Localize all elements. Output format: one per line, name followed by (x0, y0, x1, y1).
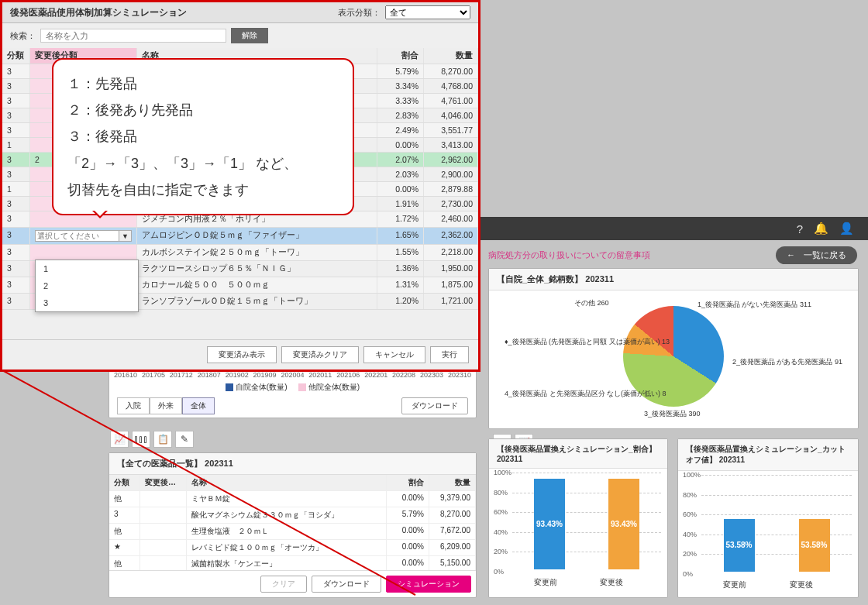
bar-after: 53.58% (799, 519, 830, 572)
user-icon[interactable]: 👤 (839, 222, 854, 235)
simulation-popup: 後発医薬品使用体制加算シミュレーション 表示分類： 全て 検索： 解除 分類 変… (0, 0, 480, 372)
drug-list-title: 【全ての医薬品一覧】 202311 (109, 453, 476, 475)
download-list-button[interactable]: ダウンロード (312, 576, 381, 593)
cancel-button[interactable]: キャンセル (363, 346, 425, 363)
execute-button[interactable]: 実行 (430, 346, 469, 363)
drug-list-panel: 【全ての医薬品一覧】 202311 分類変更後分類名称割合数量 他ミヤＢＭ錠0.… (108, 452, 477, 598)
tool-bar-icon[interactable]: ⫿⫿⫿ (132, 431, 150, 448)
clear-button[interactable]: クリア (260, 576, 307, 593)
display-category-label: 表示分類： (338, 7, 381, 19)
tab-outpatient[interactable]: 外来 (150, 397, 182, 414)
help-icon[interactable]: ? (797, 222, 803, 235)
time-axis: 2016102017052017122018072019022019092020… (109, 371, 476, 379)
pie-title: 【自院_全体_銘柄数】 202311 (489, 269, 858, 290)
chart-legend: 自院全体(数量) 他院全体(数量) (109, 382, 476, 393)
bar-after: 93.43% (608, 479, 639, 569)
popup-title: 後発医薬品使用体制加算シミュレーション (10, 6, 187, 19)
table-row[interactable]: 3酸化マグネシウム錠３３０ｍｇ「ヨシダ」5.79%8,270.00 (109, 507, 476, 524)
pie-label: 1_後発医薬品 がない先発医薬品 311 (698, 300, 811, 310)
show-changed-button[interactable]: 変更済み表示 (207, 346, 277, 363)
download-button[interactable]: ダウンロード (401, 397, 468, 414)
sim-ratio-panel: 【後発医薬品置換えシミュレーション_割合】 202311 100% 80% 60… (488, 438, 668, 598)
search-label: 検索： (10, 30, 36, 42)
dropdown-option[interactable]: 1 (36, 260, 138, 277)
bar-before: 53.58% (724, 519, 755, 572)
time-chart-panel: 2016102017052017122018072019022019092020… (108, 370, 477, 418)
pie-label: その他 260 (574, 298, 609, 308)
sim-cutoff-title: 【後発医薬品置換えシミュレーション_カットオフ値】 202311 (678, 439, 858, 471)
search-input[interactable] (40, 29, 226, 43)
display-category-select[interactable]: 全て (385, 5, 470, 19)
tab-inpatient[interactable]: 入院 (117, 397, 150, 414)
table-row[interactable]: ★レバミピド錠１００ｍｇ「オーツカ」0.00%6,209.00 (109, 540, 476, 556)
clear-search-button[interactable]: 解除 (231, 28, 268, 43)
dropdown-option[interactable]: 2 (36, 277, 138, 294)
table-row[interactable]: 他滅菌精製水「ケンエー」0.00%5,150.00 (109, 556, 476, 570)
notice-bar: 病院処方分の取り扱いについての留意事項 ← 一覧に戻る (488, 246, 857, 263)
sim-ratio-title: 【後発医薬品置換えシミュレーション_割合】 202311 (489, 439, 667, 469)
category-select-input[interactable] (35, 230, 119, 242)
tool-edit-icon[interactable]: ✎ (175, 431, 194, 448)
clear-changed-button[interactable]: 変更済みクリア (281, 346, 359, 363)
table-row[interactable]: 他生理食塩液 ２０ｍＬ0.00%7,672.00 (109, 524, 476, 540)
tool-line-icon[interactable]: 📈 (110, 431, 129, 448)
table-row[interactable]: 他ミヤＢＭ錠0.00%9,379.00 (109, 491, 476, 507)
tab-all[interactable]: 全体 (182, 397, 215, 414)
tool-table-icon[interactable]: 📋 (153, 431, 172, 448)
bar-before: 93.43% (534, 479, 565, 569)
sim-ratio-chart: 100% 80% 60% 40% 20% 0% 93.43% 93.43% (489, 469, 667, 572)
pie-label: 2_後発医薬品 がある先発医薬品 91 (732, 357, 842, 367)
toolstrip: 📈 ⫿⫿⫿ 📋 ✎ (108, 431, 477, 449)
table-row[interactable]: 3カルボシステイン錠２５０ｍｇ「トーワ」1.55%2,218.00 (2, 245, 478, 261)
sim-cutoff-panel: 【後発医薬品置換えシミュレーション_カットオフ値】 202311 100% 80… (677, 438, 859, 598)
help-bubble: １：先発品 ２：後発あり先発品 ３：後発品 「2」→「3」、「3」→「1」 など… (52, 58, 354, 215)
simulation-button[interactable]: シミュレーション (386, 576, 471, 593)
pie-label: 4_後発医薬品 と先発医薬品区分 なし(薬価が低い) 8 (505, 389, 666, 399)
pie-panel: 【自院_全体_銘柄数】 202311 1_後発医薬品 がない先発医薬品 311 … (488, 268, 859, 429)
table-row[interactable]: 3▼アムロジピンＯＤ錠５ｍｇ「ファイザー」1.65%2,362.00 (2, 228, 478, 245)
notice-text: 病院処方分の取り扱いについての留意事項 (488, 249, 650, 261)
bell-icon[interactable]: 🔔 (814, 222, 828, 235)
dropdown-option[interactable]: 3 (36, 294, 138, 311)
category-dropdown: 1 2 3 (35, 260, 139, 312)
pie-label: 3_後発医薬品 390 (644, 409, 701, 419)
back-button[interactable]: ← 一覧に戻る (776, 246, 857, 264)
pie-label: ♦_後発医薬品 (先発医薬品と同額 又は薬価が高い) 13 (505, 337, 670, 347)
chevron-down-icon[interactable]: ▼ (119, 230, 132, 242)
sim-cutoff-chart: 100% 80% 60% 40% 20% 0% 53.58% 53.58% (678, 471, 858, 575)
